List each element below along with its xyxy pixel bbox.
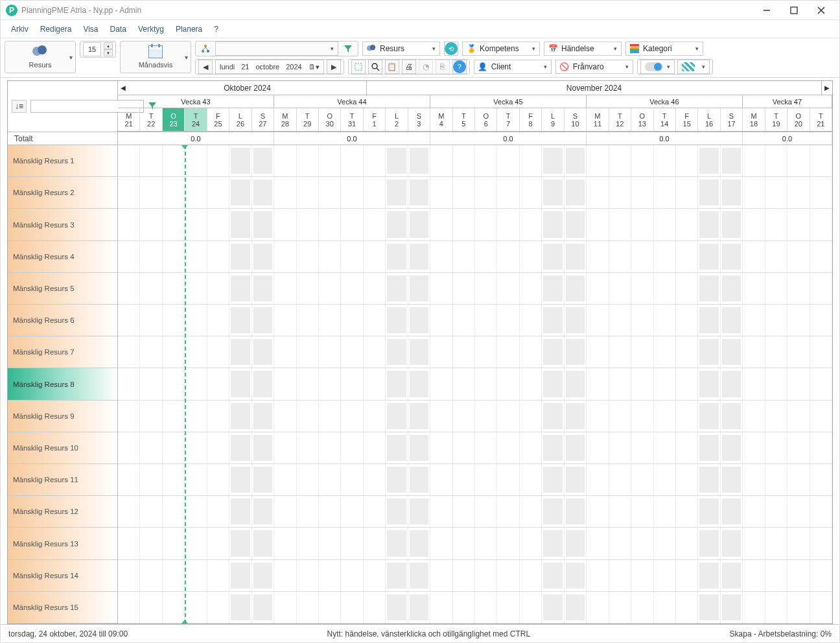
schedule-cell[interactable]	[341, 305, 363, 336]
menu-verktyg[interactable]: Verktyg	[138, 25, 164, 34]
schedule-cell[interactable]	[631, 145, 653, 176]
schedule-cell[interactable]	[788, 496, 810, 527]
schedule-cell[interactable]	[207, 592, 229, 623]
schedule-cell[interactable]	[229, 464, 251, 495]
menu-help[interactable]: ?	[214, 25, 218, 34]
schedule-cell[interactable]	[252, 209, 274, 240]
schedule-cell[interactable]	[654, 145, 676, 176]
help-icon[interactable]: ?	[452, 60, 467, 74]
day-header[interactable]: L9	[542, 108, 564, 131]
hierarchy-icon[interactable]	[198, 41, 213, 56]
schedule-cell[interactable]	[163, 336, 185, 368]
schedule-cell[interactable]	[676, 209, 698, 240]
schedule-cell[interactable]	[319, 305, 341, 336]
schedule-cell[interactable]	[676, 241, 698, 272]
schedule-cell[interactable]	[631, 305, 653, 336]
schedule-cell[interactable]	[676, 305, 698, 336]
schedule-cell[interactable]	[743, 145, 765, 176]
schedule-cell[interactable]	[698, 305, 720, 336]
schedule-cell[interactable]	[319, 528, 341, 559]
schedule-cell[interactable]	[163, 592, 185, 623]
resource-row[interactable]: Mänsklig Resurs 15	[8, 592, 117, 624]
schedule-cell[interactable]	[810, 401, 832, 432]
schedule-cell[interactable]	[475, 273, 497, 304]
day-header[interactable]: O6	[475, 108, 497, 131]
day-header[interactable]: M28	[274, 108, 296, 131]
schedule-cell[interactable]	[408, 560, 430, 591]
schedule-cell[interactable]	[118, 528, 140, 559]
schedule-cell[interactable]	[274, 464, 296, 495]
schedule-cell[interactable]	[587, 528, 609, 559]
close-button[interactable]	[815, 4, 828, 17]
schedule-cell[interactable]	[698, 401, 720, 432]
schedule-cell[interactable]	[631, 177, 653, 208]
schedule-cell[interactable]	[587, 464, 609, 495]
schedule-cell[interactable]	[430, 145, 452, 176]
schedule-cell[interactable]	[721, 528, 743, 559]
schedule-cell[interactable]	[721, 336, 743, 368]
schedule-cell[interactable]	[140, 432, 162, 463]
schedule-cell[interactable]	[788, 401, 810, 432]
spinner-up[interactable]: ▲	[104, 42, 113, 49]
schedule-cell[interactable]	[631, 496, 653, 527]
resource-row[interactable]: Mänsklig Resurs 14	[8, 560, 117, 592]
schedule-cell[interactable]	[497, 368, 519, 399]
day-header[interactable]: T12	[609, 108, 631, 131]
schedule-cell[interactable]	[185, 209, 207, 240]
schedule-cell[interactable]	[252, 336, 274, 368]
schedule-cell[interactable]	[520, 368, 542, 399]
schedule-cell[interactable]	[810, 145, 832, 176]
schedule-cell[interactable]	[609, 241, 631, 272]
schedule-cell[interactable]	[631, 560, 653, 591]
schedule-cell[interactable]	[631, 592, 653, 623]
schedule-cell[interactable]	[408, 528, 430, 559]
schedule-cell[interactable]	[721, 305, 743, 336]
schedule-cell[interactable]	[810, 592, 832, 623]
schedule-cell[interactable]	[609, 432, 631, 463]
schedule-cell[interactable]	[609, 177, 631, 208]
schedule-cell[interactable]	[185, 401, 207, 432]
schedule-cell[interactable]	[542, 368, 564, 399]
schedule-cell[interactable]	[565, 401, 587, 432]
schedule-cell[interactable]	[319, 145, 341, 176]
schedule-cell[interactable]	[676, 177, 698, 208]
schedule-cell[interactable]	[788, 464, 810, 495]
schedule-cell[interactable]	[654, 305, 676, 336]
schedule-cell[interactable]	[609, 401, 631, 432]
date-prev-button[interactable]: ◀	[198, 60, 213, 74]
schedule-cell[interactable]	[386, 177, 408, 208]
timescale-button[interactable]: Månadsvis ▾	[120, 41, 191, 73]
schedule-cell[interactable]	[520, 209, 542, 240]
schedule-cell[interactable]	[408, 368, 430, 399]
schedule-cell[interactable]	[765, 432, 788, 463]
schedule-cell[interactable]	[788, 592, 810, 623]
schedule-cell[interactable]	[698, 560, 720, 591]
resource-row[interactable]: Mänsklig Resurs 5	[8, 273, 117, 305]
schedule-cell[interactable]	[386, 528, 408, 559]
schedule-cell[interactable]	[497, 528, 519, 559]
schedule-cell[interactable]	[364, 336, 386, 368]
schedule-cell[interactable]	[788, 177, 810, 208]
schedule-cell[interactable]	[118, 145, 140, 176]
schedule-cell[interactable]	[185, 145, 207, 176]
schedule-cell[interactable]	[319, 496, 341, 527]
resource-row[interactable]: Mänsklig Resurs 3	[8, 209, 117, 240]
schedule-cell[interactable]	[364, 464, 386, 495]
schedule-cell[interactable]	[676, 592, 698, 623]
schedule-cell[interactable]	[274, 177, 296, 208]
schedule-cell[interactable]	[497, 336, 519, 368]
schedule-cell[interactable]	[297, 336, 319, 368]
schedule-cell[interactable]	[430, 336, 452, 368]
schedule-cell[interactable]	[743, 305, 765, 336]
schedule-cell[interactable]	[453, 305, 475, 336]
schedule-cell[interactable]	[721, 401, 743, 432]
schedule-cell[interactable]	[297, 464, 319, 495]
schedule-cell[interactable]	[475, 241, 497, 272]
schedule-cell[interactable]	[497, 145, 519, 176]
schedule-cell[interactable]	[364, 368, 386, 399]
schedule-cell[interactable]	[430, 305, 452, 336]
day-header[interactable]: T19	[765, 108, 788, 131]
schedule-cell[interactable]	[297, 496, 319, 527]
schedule-cell[interactable]	[497, 177, 519, 208]
schedule-cell[interactable]	[542, 241, 564, 272]
